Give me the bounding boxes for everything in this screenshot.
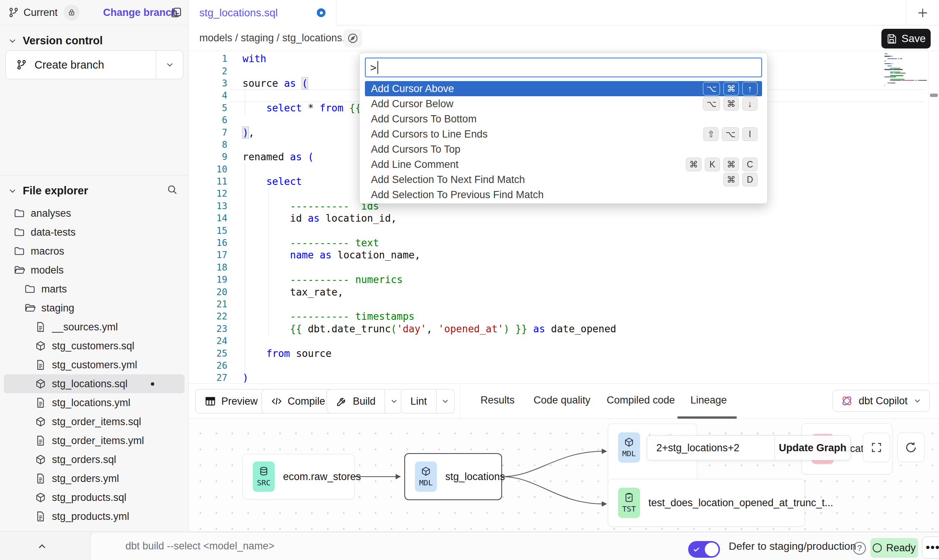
code-line[interactable]: 18 [189, 261, 939, 274]
dbt-copilot-button[interactable]: dbt Copilot [833, 390, 930, 412]
code-line[interactable]: 15 [189, 224, 939, 236]
command-item[interactable]: Add Selection To Previous Find Match [365, 187, 762, 202]
file-explorer-title: File explorer [23, 185, 88, 197]
file-tree-item[interactable]: data-tests [4, 223, 185, 242]
node-badge: MDL [622, 449, 636, 458]
create-branch-label: Create branch [34, 59, 104, 71]
tab-code-quality[interactable]: Code quality [534, 394, 590, 406]
search-icon[interactable] [166, 184, 178, 195]
file-tree-item[interactable]: stg_orders.yml [4, 469, 185, 488]
status-bar: dbt build --select <model_name> Defer to… [0, 531, 939, 560]
chevron-up-icon[interactable] [36, 541, 48, 552]
code-line[interactable]: 21 [189, 298, 939, 310]
command-input-area[interactable]: dbt build --select <model_name> Defer to… [90, 532, 939, 560]
file-tree-item[interactable]: stg_order_items.yml [4, 431, 185, 450]
file-tree-item[interactable]: stg_customers.sql [4, 336, 185, 355]
help-icon[interactable]: ? [853, 542, 866, 555]
chevron-down-icon[interactable] [8, 36, 17, 46]
more-options-button[interactable]: ••• [922, 537, 939, 558]
file-tree-item[interactable]: analyses [4, 204, 185, 223]
new-tab-button[interactable] [906, 0, 939, 25]
lineage-selector-input[interactable]: 2+stg_locations+2 [647, 436, 775, 460]
scrollbar-thumb[interactable] [930, 94, 938, 97]
command-label: Add Cursor Above [371, 83, 703, 95]
lineage-node-stg-locations[interactable]: MDL stg_locations [404, 453, 502, 500]
refresh-button[interactable] [897, 433, 925, 462]
file-tree-item[interactable]: stg_products.yml [4, 507, 185, 526]
tab-lineage[interactable]: Lineage [690, 394, 727, 406]
file-tree-item[interactable]: stg_locations.sql [4, 374, 185, 393]
text-caret [377, 61, 378, 74]
branch-header: Current Change branch [0, 0, 188, 25]
file-name: stg_customers.sql [52, 340, 135, 352]
line-number: 24 [189, 336, 227, 346]
command-palette-input[interactable]: > [365, 58, 762, 77]
save-icon [886, 33, 897, 44]
command-label: Add Line Comment [371, 159, 686, 171]
lineage-node-source[interactable]: SRC ecom.raw_stores [243, 454, 355, 499]
build-button[interactable]: Build [327, 389, 403, 413]
code-line[interactable]: 25 from source [189, 347, 939, 359]
editor-scrollbar[interactable] [928, 51, 939, 383]
file-tree-item[interactable]: __sources.yml [4, 318, 185, 336]
command-item[interactable]: Add Cursors to Line Ends⇧⌥I [365, 127, 762, 142]
change-branch-link[interactable]: Change branch [103, 7, 178, 19]
file-tree-item[interactable]: marts [4, 280, 185, 299]
compile-button[interactable]: Compile [261, 389, 335, 413]
code-line[interactable]: 27) [189, 372, 939, 383]
fullscreen-button[interactable] [863, 433, 890, 462]
command-item[interactable]: Add Cursors To Bottom [365, 111, 762, 127]
tab-results[interactable]: Results [480, 394, 515, 406]
line-number: 25 [189, 348, 227, 359]
code-line[interactable]: 14 id as location_id, [189, 212, 939, 224]
create-branch-button[interactable]: Create branch [5, 50, 183, 79]
command-item[interactable]: Add Line Comment⌘K⌘C [365, 157, 762, 172]
git-branch-icon [16, 59, 28, 71]
lineage-node-test[interactable]: TST test_does_location_opened_at_trunc_t… [608, 479, 805, 527]
file-navigate-icon[interactable] [343, 29, 362, 47]
model-icon: MDL [415, 461, 437, 492]
file-tree-item[interactable]: stg_orders.sql [4, 450, 185, 469]
code-line[interactable]: 24 [189, 335, 939, 347]
save-button[interactable]: Save [881, 29, 931, 48]
lint-button[interactable]: Lint [401, 389, 455, 413]
command-item[interactable]: Add Cursors To Top [365, 142, 762, 157]
code-line[interactable]: 23 {{ dbt.date_trunc('day', 'opened_at')… [189, 323, 939, 335]
toggle-knob [705, 543, 718, 556]
keycap: ⌘ [723, 158, 739, 171]
command-item[interactable]: Add Selection To Next Find Match⌘D [365, 172, 762, 187]
lineage-graph[interactable]: MDL locations locations SRC ecom.raw_ [189, 419, 939, 531]
defer-toggle[interactable] [688, 541, 720, 558]
code-line[interactable]: 16 ---------- text [189, 237, 939, 249]
code-line[interactable]: 20 tax_rate, [189, 286, 939, 298]
update-graph-button[interactable]: Update Graph [775, 436, 850, 460]
model-icon [35, 340, 46, 352]
line-content: ) [243, 372, 249, 383]
keycap: D [742, 173, 757, 186]
code-line[interactable]: 22 ---------- timestamps [189, 310, 939, 322]
folder-open-icon [14, 264, 25, 276]
file-tree-item[interactable]: stg_locations.yml [4, 393, 185, 412]
file-tree-item[interactable]: staging [4, 299, 185, 318]
build-dropdown[interactable] [385, 389, 403, 413]
code-line[interactable]: 26 [189, 360, 939, 372]
code-line[interactable]: 17 name as location_name, [189, 249, 939, 261]
command-item[interactable]: Add Cursor Below⌥⌘↓ [365, 96, 762, 111]
preview-button[interactable]: Preview [195, 389, 267, 413]
file-tree-item[interactable]: stg_customers.yml [4, 355, 185, 374]
tab-compiled-code[interactable]: Compiled code [607, 394, 675, 406]
file-tree-item[interactable]: macros [4, 242, 185, 261]
copy-icon[interactable] [170, 6, 183, 19]
command-item[interactable]: Add Cursor Above⌥⌘↑ [365, 81, 762, 96]
chevron-down-icon[interactable] [8, 186, 17, 196]
folder-icon [14, 208, 25, 219]
node-badge: SRC [257, 478, 271, 487]
lint-dropdown[interactable] [436, 389, 454, 413]
file-tree-item[interactable]: stg_order_items.sql [4, 412, 185, 431]
minimap[interactable] [884, 53, 927, 86]
file-tree-item[interactable]: stg_products.sql [4, 488, 185, 507]
file-tree-item[interactable]: models [4, 261, 185, 280]
tab-stg-locations-sql[interactable]: stg_locations.sql [189, 0, 336, 26]
code-line[interactable]: 19 ---------- numerics [189, 274, 939, 286]
create-branch-dropdown[interactable] [156, 51, 183, 79]
